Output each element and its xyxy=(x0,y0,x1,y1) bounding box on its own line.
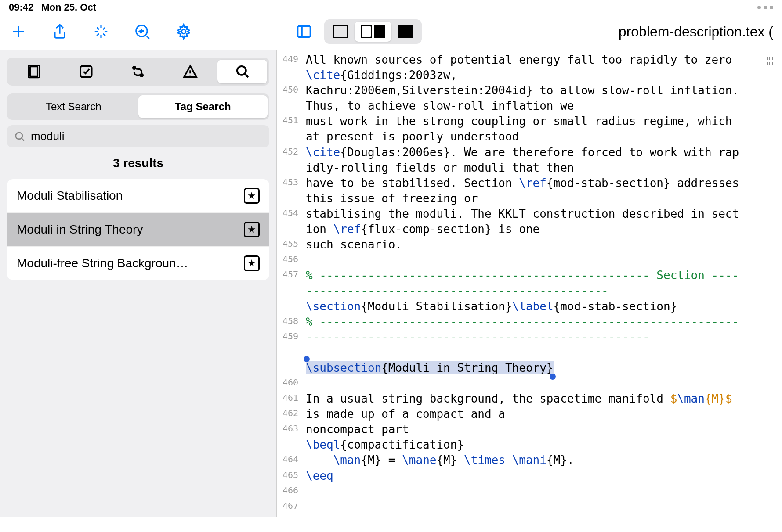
add-button[interactable] xyxy=(9,22,28,41)
svg-point-6 xyxy=(133,67,136,69)
svg-point-9 xyxy=(16,132,22,139)
view-mode-segmented xyxy=(324,19,422,44)
sidebar-tab-symbols[interactable] xyxy=(113,60,163,83)
thumbnails-icon[interactable] xyxy=(759,57,773,65)
multitask-dots-icon[interactable] xyxy=(757,6,773,9)
view-mode-source-only[interactable] xyxy=(326,22,355,42)
result-label: Moduli-free String Backgroun… xyxy=(17,256,188,270)
document-title: problem-description.tex ( xyxy=(619,24,773,40)
result-label: Moduli Stabilisation xyxy=(17,189,123,203)
search-type-tabs: Text Search Tag Search xyxy=(7,93,269,120)
magic-button[interactable] xyxy=(91,22,111,41)
status-time: 09:42 xyxy=(9,2,33,13)
sidebar-mode-tabs xyxy=(7,58,269,86)
line-gutter: 4494504514524534544554564574584594604614… xyxy=(277,50,302,517)
star-icon: ★ xyxy=(244,255,260,271)
svg-point-1 xyxy=(181,29,186,34)
sidebar-tab-errors[interactable] xyxy=(166,60,215,83)
svg-point-8 xyxy=(237,66,246,75)
svg-rect-2 xyxy=(298,26,311,37)
sidebar: Text Search Tag Search 3 results Moduli … xyxy=(0,50,277,517)
svg-point-7 xyxy=(141,74,143,77)
sidebar-tab-todos[interactable] xyxy=(62,60,111,83)
code-editor[interactable]: 4494504514524534544554564574584594604614… xyxy=(277,50,782,517)
results-count: 3 results xyxy=(7,156,269,170)
result-label: Moduli in String Theory xyxy=(17,223,143,237)
view-mode-split[interactable] xyxy=(355,22,391,42)
result-item[interactable]: Moduli-free String Backgroun… ★ xyxy=(7,247,269,280)
search-input[interactable] xyxy=(31,129,262,143)
sidebar-toggle-button[interactable] xyxy=(294,22,314,41)
result-item[interactable]: Moduli Stabilisation ★ xyxy=(7,179,269,213)
code-content[interactable]: All known sources of potential energy fa… xyxy=(302,50,749,517)
share-button[interactable] xyxy=(50,22,69,41)
star-icon: ★ xyxy=(244,222,260,237)
status-bar: 09:42 Mon 25. Oct xyxy=(0,0,782,18)
text-search-tab[interactable]: Text Search xyxy=(9,95,138,118)
main-toolbar: problem-description.tex ( xyxy=(0,18,782,50)
view-mode-pdf-only[interactable] xyxy=(391,22,420,42)
tag-search-tab[interactable]: Tag Search xyxy=(138,95,268,118)
minimap-rail xyxy=(749,50,782,517)
svg-rect-3 xyxy=(30,67,38,77)
result-item[interactable]: Moduli in String Theory ★ xyxy=(7,213,269,247)
search-icon xyxy=(14,131,25,142)
results-list: Moduli Stabilisation ★ Moduli in String … xyxy=(7,179,269,280)
search-box[interactable] xyxy=(7,125,269,147)
sidebar-tab-outline[interactable] xyxy=(9,60,59,83)
star-icon: ★ xyxy=(244,188,260,204)
status-date: Mon 25. Oct xyxy=(41,2,96,13)
settings-button[interactable] xyxy=(174,22,193,41)
sidebar-tab-search[interactable] xyxy=(217,60,267,83)
typeset-button[interactable] xyxy=(133,22,152,41)
